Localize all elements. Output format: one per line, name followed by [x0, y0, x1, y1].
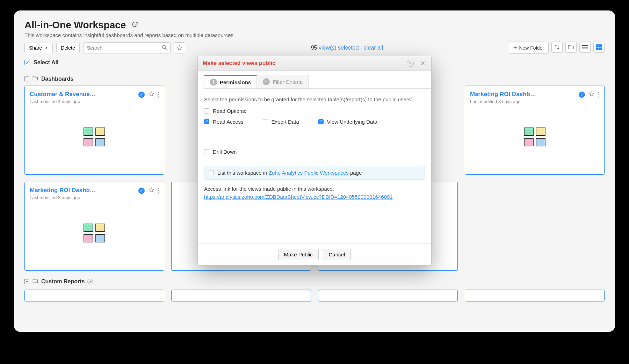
read-access-checkbox[interactable] — [204, 119, 209, 124]
chevron-down-icon: ▼ — [45, 46, 48, 50]
collapse-icon[interactable]: − — [24, 279, 29, 284]
clear-all-link[interactable]: clear all — [364, 45, 383, 51]
more-icon[interactable] — [598, 92, 599, 97]
drill-down-checkbox[interactable] — [204, 149, 209, 154]
grid-icon — [596, 44, 602, 50]
share-button[interactable]: Share ▼ — [24, 43, 53, 53]
modal-header: Make selected views public ? — [198, 56, 431, 71]
dashboard-thumbnail — [470, 104, 599, 169]
custom-reports-label: Custom Reports — [41, 278, 85, 285]
export-data-label: Export Data — [272, 119, 299, 125]
read-options-checkbox[interactable] — [204, 108, 209, 114]
toolbar: Share ▼ Delete 95 view(s) selected - cle… — [24, 42, 605, 54]
selected-badge-icon: ✓ — [138, 92, 145, 98]
permission-options: Read Access Export Data View Underlying … — [204, 119, 425, 160]
folder-icon — [32, 278, 38, 285]
help-icon[interactable]: ? — [407, 60, 414, 67]
modal-body: Select the permissions to be granted for… — [198, 96, 431, 202]
right-actions: + New Folder — [509, 42, 605, 54]
cancel-button[interactable]: Cancel — [323, 249, 351, 260]
plus-icon: + — [513, 44, 517, 51]
modal-tabs: 1 Permissions 2 Filter Criteria — [204, 75, 431, 89]
access-url-link[interactable]: https://analytics.zoho.com/ZDBDataSheetV… — [204, 194, 393, 200]
select-all-checkbox[interactable] — [24, 60, 30, 65]
dashboards-label: Dashboards — [41, 76, 73, 82]
tab-filter-criteria[interactable]: 2 Filter Criteria — [257, 75, 309, 88]
tab-number-icon: 1 — [210, 79, 217, 86]
close-icon[interactable] — [419, 60, 426, 67]
star-badge-icon: ★ — [87, 279, 93, 284]
card-title: Marketing ROI Dashboard — [470, 91, 536, 98]
new-folder-button[interactable]: + New Folder — [509, 42, 549, 54]
search-box — [83, 42, 171, 53]
tab-permissions-label: Permissions — [220, 79, 251, 85]
view-data-label: View Underlying Data — [327, 119, 377, 125]
tab-filter-label: Filter Criteria — [273, 79, 303, 85]
svg-point-0 — [162, 45, 166, 49]
card-title: Customer & Revenue Da... — [30, 91, 96, 98]
modal-footer: Make Public Cancel — [198, 243, 431, 265]
read-options-row: Read Options: — [204, 108, 425, 114]
view-data-checkbox[interactable] — [318, 119, 324, 124]
dashboard-card[interactable]: Marketing ROI Dashboar... Last modified … — [24, 182, 164, 271]
selected-badge-icon: ✓ — [138, 188, 145, 194]
list-view-button[interactable] — [579, 42, 591, 53]
make-public-button[interactable]: Make Public — [278, 249, 319, 260]
workspace-title: All-in-One Workspace — [24, 20, 126, 31]
grid-view-button[interactable] — [593, 42, 605, 53]
permission-instruction: Select the permissions to be granted for… — [204, 96, 425, 102]
read-access-label: Read Access — [213, 119, 244, 125]
selection-info: 95 view(s) selected - clear all — [189, 45, 505, 51]
dashboard-thumbnail — [30, 200, 159, 265]
folder-view-button[interactable] — [565, 42, 577, 53]
new-folder-label: New Folder — [519, 45, 544, 51]
refresh-icon[interactable] — [131, 21, 138, 29]
dashboard-card[interactable]: Customer & Revenue Da... Last modified 4… — [24, 86, 164, 175]
selected-badge-icon: ✓ — [579, 92, 585, 98]
list-icon — [582, 44, 588, 50]
list-workspace-box: List this workspace in Zoho Analytics Pu… — [204, 166, 425, 180]
make-public-modal: Make selected views public ? 1 Permissio… — [197, 56, 432, 265]
export-data-checkbox[interactable] — [263, 119, 268, 124]
read-options-label: Read Options: — [213, 108, 246, 114]
report-card[interactable] — [465, 290, 605, 301]
card-title: Marketing ROI Dashboar... — [30, 187, 96, 194]
tab-number-icon: 2 — [263, 78, 270, 85]
modal-title: Make selected views public — [203, 60, 275, 66]
favorite-button[interactable] — [174, 42, 185, 53]
report-card[interactable] — [318, 290, 458, 301]
folder-icon — [32, 75, 38, 83]
star-icon[interactable] — [148, 187, 154, 195]
workspace-subtitle: This workspace contains insightful dashb… — [24, 32, 605, 38]
search-icon[interactable] — [161, 44, 168, 52]
views-selected-link[interactable]: view(s) selected — [319, 45, 359, 51]
share-label: Share — [29, 45, 42, 51]
selection-count: 95 — [311, 45, 317, 51]
workspace-window: All-in-One Workspace This workspace cont… — [14, 10, 615, 332]
star-icon[interactable] — [148, 91, 154, 99]
card-modified: Last modified 3 days ago — [30, 195, 96, 200]
more-icon[interactable] — [158, 92, 159, 97]
search-input[interactable] — [83, 42, 171, 53]
drill-down-label: Drill Down — [213, 149, 237, 155]
tab-permissions[interactable]: 1 Permissions — [204, 75, 257, 88]
dashboard-card[interactable]: Marketing ROI Dashboard Last modified 3 … — [465, 86, 605, 175]
custom-reports-section-header[interactable]: − Custom Reports ★ — [24, 278, 605, 285]
star-icon[interactable] — [588, 91, 595, 99]
delete-button[interactable]: Delete — [56, 43, 79, 53]
more-icon[interactable] — [158, 188, 159, 194]
collapse-icon[interactable]: − — [24, 77, 29, 81]
select-all-label: Select All — [34, 59, 58, 66]
report-card[interactable] — [171, 290, 311, 301]
public-workspaces-link[interactable]: Zoho Analytics Public Workspaces — [269, 170, 349, 176]
access-link-label: Access link for the views made public in… — [204, 186, 425, 192]
custom-reports-grid — [24, 290, 605, 301]
card-modified: Last modified 3 days ago — [470, 99, 536, 104]
card-modified: Last modified 4 days ago — [30, 99, 96, 104]
list-workspace-text: List this workspace in Zoho Analytics Pu… — [217, 170, 362, 176]
report-card[interactable] — [24, 290, 164, 301]
dashboard-thumbnail — [30, 104, 159, 169]
list-workspace-checkbox[interactable] — [209, 170, 214, 175]
sort-button[interactable] — [551, 42, 563, 53]
